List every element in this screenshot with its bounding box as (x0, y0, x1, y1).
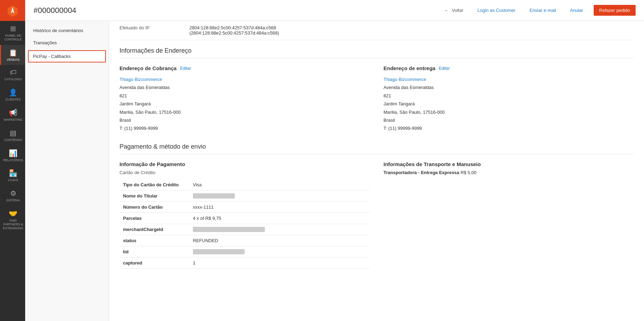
sidebar-item-vendas-label: VENDAS (7, 58, 20, 62)
customers-icon: 👤 (9, 88, 17, 97)
table-row: status REFUNDED (120, 235, 370, 246)
sidebar-item-lojas-label: LOJAS (8, 178, 18, 182)
field-value: xxxx-1111 (189, 201, 370, 212)
content-icon: ▤ (10, 129, 16, 137)
field-label: status (120, 235, 189, 246)
sidebar-item-partners-label: FIND PARTNERS & EXTENSIONS (2, 219, 24, 230)
redacted-merchantchargeid (193, 227, 265, 232)
sidebar-item-clientes[interactable]: 👤 CLIENTES (0, 85, 25, 105)
sidebar-item-painel-label: PAINEL DE CONTROLE (2, 34, 24, 42)
ip-value: 2804:128:88e2:5c00:4257:537d:484a:c568 (… (189, 25, 279, 36)
shipping-phone: T: (11) 99999-9999 (384, 124, 634, 132)
sidebar-item-sistema[interactable]: ⚙ SISTEMA (0, 186, 25, 206)
sidebar-item-lojas[interactable]: 🏪 LOJAS (0, 165, 25, 186)
table-row: captured 1 (120, 257, 370, 268)
sidebar-item-catalogo[interactable]: 🏷 CATÁLOGO (0, 65, 25, 85)
field-label: Parcelas (120, 212, 189, 224)
reorder-button[interactable]: Refazer pedido (594, 5, 636, 16)
field-label: Tipo do Cartão de Crédito (120, 179, 189, 191)
billing-street: Avenida das Esmeraldas (120, 83, 370, 91)
transport-info: Transportadora - Entrega Expressa R$ 5,0… (384, 170, 634, 175)
login-as-customer-button[interactable]: Login as Customer (474, 6, 519, 15)
shipping-country: Brasil (384, 116, 634, 124)
stores-icon: 🏪 (9, 169, 17, 177)
left-nav: Histórico de comentários Transações PicP… (25, 21, 109, 321)
billing-title-text: Endereço de Cobrança (120, 65, 176, 71)
sidebar-item-relatorios[interactable]: 📊 RELATÓRIOS (0, 145, 25, 166)
sidebar-item-partners[interactable]: 🤝 FIND PARTNERS & EXTENSIONS (0, 206, 25, 233)
nav-item-transacoes[interactable]: Transações (25, 37, 109, 49)
shipping-edit-link[interactable]: Editar (439, 66, 450, 71)
sidebar-item-relatorios-label: RELATÓRIOS (3, 158, 23, 162)
sidebar-item-vendas[interactable]: 📋 VENDAS (0, 45, 25, 65)
nav-item-historico[interactable]: Histórico de comentários (25, 24, 109, 37)
table-row: Parcelas 4 x of R$ 9,75 (120, 212, 370, 224)
field-label: tid (120, 246, 189, 257)
billing-country: Brasil (120, 116, 370, 124)
billing-address-col: Endereço de Cobrança Editar Thiago Bizco… (120, 65, 370, 133)
billing-address-title: Endereço de Cobrança Editar (120, 65, 370, 71)
send-email-button[interactable]: Enviar e-mail (526, 6, 559, 15)
field-value: Visa (189, 179, 370, 191)
sidebar-item-conteudo[interactable]: ▤ CONTEÚDO (0, 125, 25, 145)
redacted-name (193, 193, 235, 199)
billing-number: 821 (120, 92, 370, 100)
sidebar-item-sistema-label: SISTEMA (6, 199, 20, 202)
shipping-city-state: Marilia, São Paulo, 17516-000 (384, 108, 634, 116)
table-row: merchantChargeId (120, 224, 370, 235)
main-area: #000000004 Voltar Login as Customer Envi… (25, 0, 644, 321)
field-value: 4 x of R$ 9,75 (189, 212, 370, 224)
field-label: Nome do Titular (120, 190, 189, 201)
field-label: merchantChargeId (120, 224, 189, 235)
sidebar-item-painel[interactable]: ⊞ PAINEL DE CONTROLE (0, 21, 25, 45)
payment-info-title: Informação de Pagamento (120, 161, 370, 167)
billing-edit-link[interactable]: Editar (180, 66, 191, 71)
sidebar-logo (0, 0, 25, 21)
shipping-address-col: Endereço de entrega Editar Thiago Bizcom… (384, 65, 634, 133)
field-value (189, 190, 370, 201)
ip-label: Efetuado do IP (120, 25, 189, 36)
sidebar-item-marketing[interactable]: 📢 MARKETING (0, 105, 25, 125)
reports-icon: 📊 (9, 149, 17, 157)
field-value-captured: 1 (189, 257, 370, 268)
payment-subtitle: Cartão de Crédito (120, 170, 370, 175)
shipping-number: 821 (384, 92, 634, 100)
page-title: #000000004 (34, 6, 441, 15)
payment-info-col: Informação de Pagamento Cartão de Crédit… (120, 161, 370, 269)
transport-title: Informações de Transporte e Manuseio (384, 161, 634, 167)
redacted-tid (193, 249, 245, 254)
transport-price-value: R$ 5,00 (461, 170, 477, 175)
header-actions: Voltar Login as Customer Enviar e-mail A… (441, 5, 636, 16)
address-section-title: Informações de Endereço (120, 47, 634, 58)
shipping-name: Thiago Bizcommerce (384, 75, 634, 83)
payment-row: Informação de Pagamento Cartão de Crédit… (120, 161, 634, 269)
marketing-icon: 📢 (9, 109, 17, 117)
content-wrapper: Histórico de comentários Transações PicP… (25, 21, 644, 321)
field-value (189, 246, 370, 257)
shipping-neighborhood: Jardim Tangará (384, 100, 634, 108)
ip-value-line1: 2804:128:88e2:5c00:4257:537d:484a:c568 (189, 25, 279, 30)
cancel-button[interactable]: Anular (566, 6, 587, 15)
transport-info-col: Informações de Transporte e Manuseio Tra… (384, 161, 634, 269)
sidebar-item-clientes-label: CLIENTES (5, 98, 21, 102)
top-header: #000000004 Voltar Login as Customer Envi… (25, 0, 644, 21)
address-row: Endereço de Cobrança Editar Thiago Bizco… (120, 65, 634, 133)
back-button[interactable]: Voltar (441, 6, 467, 15)
ip-value-line2: (2804:128:88e2:5c00:4257:537d:484a:c568) (189, 30, 279, 36)
nav-item-picpay[interactable]: PicPay - Callbacks (28, 50, 106, 62)
payment-section-title: Pagamento & método de envio (120, 143, 634, 154)
table-row: Nome do Titular (120, 190, 370, 201)
ip-row: Efetuado do IP 2804:128:88e2:5c00:4257:5… (120, 21, 634, 40)
table-row: Tipo do Cartão de Crédito Visa (120, 179, 370, 191)
billing-name: Thiago Bizcommerce (120, 75, 370, 83)
shipping-street: Avenida das Esmeraldas (384, 83, 634, 91)
shipping-address-title: Endereço de entrega Editar (384, 65, 634, 71)
sidebar-item-catalogo-label: CATÁLOGO (5, 77, 22, 81)
field-label: captured (120, 257, 189, 268)
transport-label: Transportadora - Entrega Expressa (384, 170, 460, 175)
sales-icon: 📋 (9, 48, 17, 57)
payment-table: Tipo do Cartão de Crédito Visa Nome do T… (120, 179, 370, 269)
shipping-title-text: Endereço de entrega (384, 65, 435, 71)
sidebar-item-conteudo-label: CONTEÚDO (4, 138, 22, 142)
main-content: Efetuado do IP 2804:128:88e2:5c00:4257:5… (109, 21, 644, 321)
